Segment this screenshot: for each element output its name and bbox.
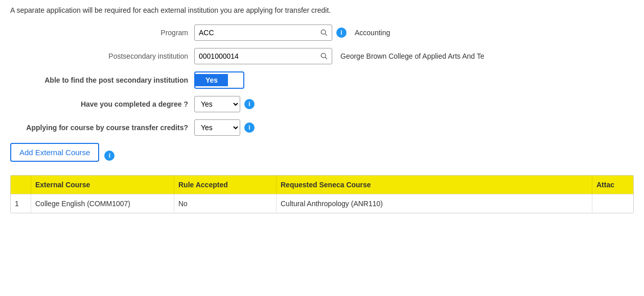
row-external-course: College English (COMM1007) — [31, 194, 174, 213]
add-external-course-button[interactable]: Add External Course — [10, 143, 99, 162]
able-find-toggle[interactable]: Yes — [194, 71, 244, 89]
table-header: External Course Rule Accepted Requested … — [11, 176, 633, 194]
postsecondary-search-button[interactable] — [319, 52, 329, 61]
able-find-row: Able to find the post secondary institut… — [10, 71, 634, 89]
notice-text: A separate application will be required … — [10, 6, 634, 14]
program-input[interactable] — [199, 29, 319, 37]
table-row: 1 College English (COMM1007) No Cultural… — [11, 194, 633, 213]
row-num: 1 — [11, 194, 31, 213]
able-find-label: Able to find the post secondary institut… — [10, 76, 194, 85]
col-header-attach: Attac — [592, 176, 633, 194]
postsecondary-row: Postsecondary institution George Brown C… — [10, 48, 634, 64]
page-container: A separate application will be required … — [0, 0, 644, 219]
program-row: Program i Accounting — [10, 24, 634, 41]
add-course-row: Add External Course i — [10, 143, 634, 168]
postsecondary-input-wrapper[interactable] — [194, 48, 332, 64]
col-header-rule-accepted: Rule Accepted — [174, 176, 277, 194]
program-input-wrapper[interactable] — [194, 24, 332, 41]
program-label: Program — [10, 28, 194, 37]
applying-info-icon[interactable]: i — [244, 122, 255, 133]
col-header-num — [11, 176, 31, 194]
degree-row: Have you completed a degree ? Yes No i — [10, 96, 634, 112]
applying-select[interactable]: Yes No — [194, 119, 240, 136]
courses-table: External Course Rule Accepted Requested … — [10, 175, 634, 213]
add-course-info-icon[interactable]: i — [104, 151, 114, 161]
row-requested-course: Cultural Anthropology (ANR110) — [277, 194, 592, 213]
search-icon — [320, 53, 328, 60]
applying-input-group: Yes No i — [194, 119, 255, 136]
program-search-button[interactable] — [319, 28, 329, 37]
form-section: Program i Accounting Postsecondary insti… — [10, 24, 634, 136]
postsecondary-description: George Brown College of Applied Arts And… — [340, 52, 484, 60]
applying-label: Applying for course by course transfer c… — [10, 123, 194, 132]
svg-point-0 — [321, 30, 326, 34]
program-input-group: i Accounting — [194, 24, 390, 41]
svg-line-3 — [325, 57, 327, 59]
program-description: Accounting — [355, 29, 390, 37]
svg-point-2 — [321, 53, 326, 58]
degree-input-group: Yes No i — [194, 96, 255, 112]
toggle-yes-option[interactable]: Yes — [195, 74, 228, 86]
row-rule-accepted: No — [174, 194, 277, 213]
applying-row: Applying for course by course transfer c… — [10, 119, 634, 136]
degree-label: Have you completed a degree ? — [10, 100, 194, 109]
postsecondary-label: Postsecondary institution — [10, 52, 194, 61]
postsecondary-input[interactable] — [199, 52, 319, 60]
search-icon — [320, 29, 328, 36]
degree-select[interactable]: Yes No — [194, 96, 240, 112]
postsecondary-input-group: George Brown College of Applied Arts And… — [194, 48, 484, 64]
svg-line-1 — [325, 34, 327, 36]
col-header-requested-course: Requested Seneca Course — [277, 176, 592, 194]
program-info-icon[interactable]: i — [336, 28, 347, 38]
able-find-input-group: Yes — [194, 71, 244, 89]
col-header-external-course: External Course — [31, 176, 174, 194]
degree-info-icon[interactable]: i — [244, 99, 255, 109]
row-attach — [592, 194, 633, 213]
